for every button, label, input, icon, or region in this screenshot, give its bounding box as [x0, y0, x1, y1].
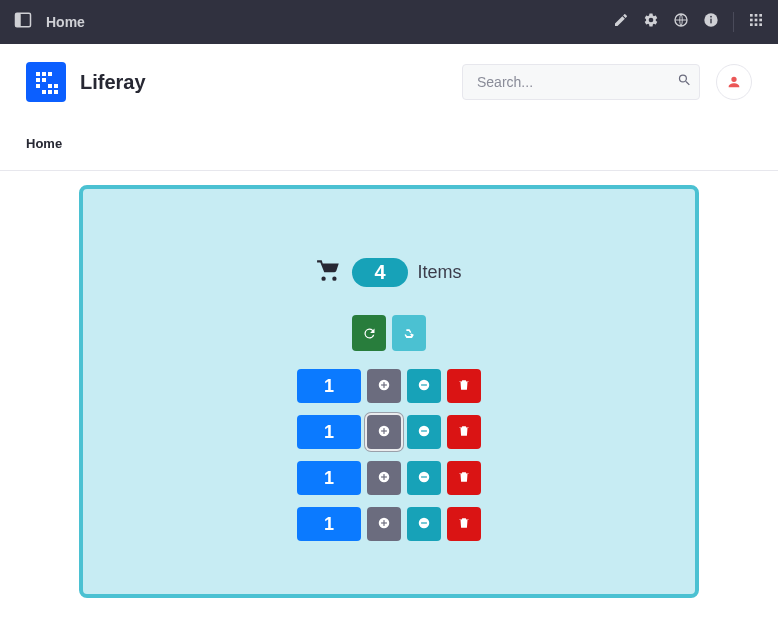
svg-rect-10	[755, 19, 758, 22]
svg-rect-6	[750, 14, 753, 17]
svg-rect-22	[48, 84, 52, 88]
svg-rect-41	[421, 476, 427, 477]
info-icon[interactable]	[703, 12, 719, 32]
decrement-button[interactable]	[407, 507, 441, 541]
svg-rect-26	[54, 90, 58, 94]
user-avatar[interactable]	[716, 64, 752, 100]
plus-circle-icon	[377, 424, 391, 441]
brand-logo[interactable]	[26, 62, 66, 102]
search-input[interactable]	[462, 64, 700, 100]
delete-button[interactable]	[447, 369, 481, 403]
svg-rect-7	[755, 14, 758, 17]
svg-rect-20	[54, 78, 58, 82]
svg-rect-12	[750, 23, 753, 26]
topbar-right	[613, 12, 764, 32]
svg-rect-25	[48, 90, 52, 94]
nav: Home	[0, 120, 778, 171]
svg-rect-17	[48, 72, 52, 76]
topbar-divider	[733, 12, 734, 32]
svg-rect-11	[759, 19, 762, 22]
increment-button[interactable]	[367, 415, 401, 449]
svg-rect-9	[750, 19, 753, 22]
increment-button[interactable]	[367, 461, 401, 495]
cart-actions	[352, 315, 426, 351]
topbar: Home	[0, 0, 778, 44]
minus-circle-icon	[417, 378, 431, 395]
decrement-button[interactable]	[407, 415, 441, 449]
svg-rect-24	[42, 90, 46, 94]
item-quantity: 1	[297, 507, 361, 541]
cart-portlet: 4 Items 1111	[79, 185, 699, 598]
topbar-left: Home	[14, 11, 85, 33]
brand-name[interactable]: Liferay	[80, 71, 146, 94]
svg-rect-1	[16, 13, 21, 27]
svg-rect-44	[381, 522, 387, 523]
sidebar-toggle-icon[interactable]	[14, 11, 32, 33]
items-label: Items	[418, 262, 462, 283]
minus-circle-icon	[417, 516, 431, 533]
main: 4 Items 1111	[0, 171, 778, 598]
apps-grid-icon[interactable]	[748, 12, 764, 32]
increment-button[interactable]	[367, 507, 401, 541]
header: Liferay	[0, 44, 778, 120]
svg-rect-4	[710, 19, 711, 24]
trash-icon	[457, 424, 471, 441]
item-quantity: 1	[297, 369, 361, 403]
svg-rect-15	[36, 72, 40, 76]
svg-rect-46	[421, 522, 427, 523]
cart-summary: 4 Items	[316, 257, 461, 287]
svg-rect-8	[759, 14, 762, 17]
minus-circle-icon	[417, 424, 431, 441]
svg-rect-34	[381, 430, 387, 431]
plus-circle-icon	[377, 470, 391, 487]
refresh-button[interactable]	[352, 315, 386, 351]
svg-rect-18	[36, 78, 40, 82]
cart-icon	[316, 257, 342, 287]
minus-circle-icon	[417, 470, 431, 487]
item-quantity: 1	[297, 461, 361, 495]
svg-point-5	[710, 16, 712, 18]
plus-circle-icon	[377, 516, 391, 533]
svg-rect-39	[381, 476, 387, 477]
cart-item-row: 1	[297, 415, 481, 449]
delete-button[interactable]	[447, 507, 481, 541]
svg-rect-23	[54, 84, 58, 88]
cart-count-badge: 4	[352, 258, 407, 287]
header-left: Liferay	[26, 62, 146, 102]
svg-rect-13	[755, 23, 758, 26]
svg-rect-29	[381, 384, 387, 385]
svg-rect-21	[36, 84, 40, 88]
item-quantity: 1	[297, 415, 361, 449]
edit-icon[interactable]	[613, 12, 629, 32]
search-wrap	[462, 64, 700, 100]
topbar-title[interactable]: Home	[46, 14, 85, 30]
cart-item-row: 1	[297, 507, 481, 541]
search-icon[interactable]	[677, 73, 692, 92]
plus-circle-icon	[377, 378, 391, 395]
recycle-button[interactable]	[392, 315, 426, 351]
cart-item-row: 1	[297, 461, 481, 495]
header-right	[462, 64, 752, 100]
svg-rect-19	[42, 78, 46, 82]
nav-home[interactable]: Home	[26, 136, 62, 151]
delete-button[interactable]	[447, 461, 481, 495]
delete-button[interactable]	[447, 415, 481, 449]
increment-button[interactable]	[367, 369, 401, 403]
svg-rect-36	[421, 430, 427, 431]
cart-item-row: 1	[297, 369, 481, 403]
trash-icon	[457, 470, 471, 487]
svg-rect-16	[42, 72, 46, 76]
svg-rect-14	[759, 23, 762, 26]
trash-icon	[457, 516, 471, 533]
decrement-button[interactable]	[407, 461, 441, 495]
globe-icon[interactable]	[673, 12, 689, 32]
svg-rect-31	[421, 384, 427, 385]
gear-icon[interactable]	[643, 12, 659, 32]
recycle-icon	[402, 326, 417, 341]
decrement-button[interactable]	[407, 369, 441, 403]
trash-icon	[457, 378, 471, 395]
refresh-icon	[362, 326, 377, 341]
